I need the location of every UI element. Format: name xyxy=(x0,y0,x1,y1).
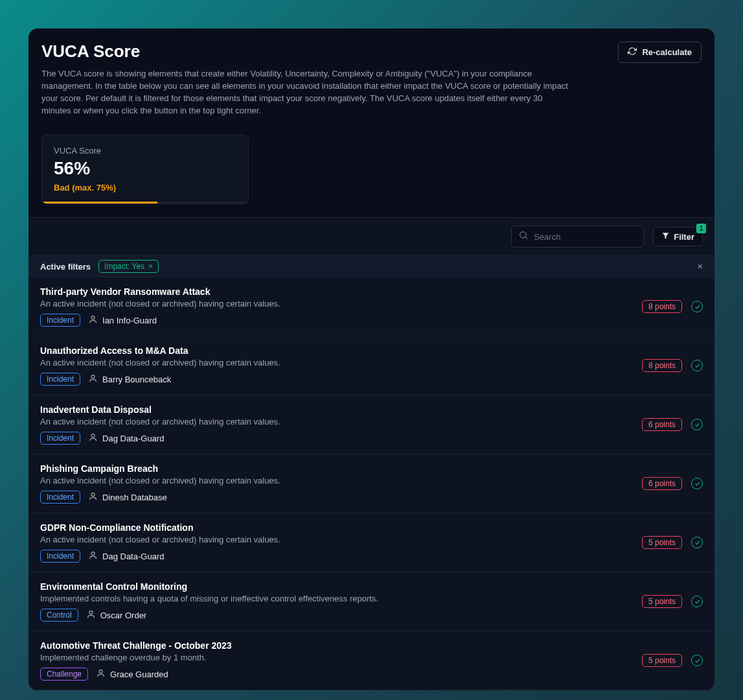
row-meta: Challenge Grace Guarded xyxy=(40,668,642,681)
person-icon xyxy=(96,668,106,680)
row-person: Barry Bounceback xyxy=(88,373,171,385)
row-meta: Incident Dinesh Database xyxy=(40,491,642,504)
search-input-wrap[interactable] xyxy=(511,226,644,248)
points-chip: 5 points xyxy=(642,595,682,608)
svg-point-5 xyxy=(91,493,95,496)
row-person: Dinesh Database xyxy=(88,491,167,503)
row-title: Phishing Campaign Breach xyxy=(40,463,642,474)
row-left: Phishing Campaign Breach An active incid… xyxy=(40,463,642,504)
row-title: Inadvertent Data Disposal xyxy=(40,404,642,415)
row-person: Oscar Order xyxy=(86,609,147,621)
filter-button[interactable]: Filter 1 xyxy=(653,227,703,246)
rows-container: Third-party Vendor Ransomware Attack An … xyxy=(29,277,714,690)
clear-filters-button[interactable]: × xyxy=(698,261,703,272)
status-check-icon[interactable] xyxy=(691,478,703,489)
table-row[interactable]: Inadvertent Data Disposal An active inci… xyxy=(29,395,714,454)
person-icon xyxy=(88,314,98,326)
svg-point-6 xyxy=(91,552,95,555)
search-input[interactable] xyxy=(534,232,637,242)
person-icon xyxy=(88,491,98,503)
recalculate-label: Re-calculate xyxy=(642,47,692,57)
row-meta: Incident Dag Data-Guard xyxy=(40,550,642,563)
row-person: Dag Data-Guard xyxy=(88,550,164,562)
remove-filter-icon[interactable]: × xyxy=(148,262,153,271)
score-status: Bad (max. 75%) xyxy=(54,183,236,192)
person-name: Dag Data-Guard xyxy=(102,552,164,561)
table-row[interactable]: Third-party Vendor Ransomware Attack An … xyxy=(29,277,714,336)
person-name: Dinesh Database xyxy=(102,493,167,502)
row-description: Implemented challenge overdue by 1 month… xyxy=(40,653,642,662)
person-icon xyxy=(88,373,98,385)
points-chip: 8 points xyxy=(642,359,682,372)
page-description: The VUCA score is showing elements that … xyxy=(41,68,573,117)
row-description: An active incident (not closed or archiv… xyxy=(40,358,642,368)
table-row[interactable]: Environmental Control Monitoring Impleme… xyxy=(29,572,714,631)
row-title: Environmental Control Monitoring xyxy=(40,581,642,592)
row-title: Third-party Vendor Ransomware Attack xyxy=(40,286,642,297)
filter-chip-text: Impact: Yes xyxy=(104,262,144,271)
person-name: Ian Info-Guard xyxy=(102,316,157,325)
row-title: Automotive Threat Challenge - October 20… xyxy=(40,640,642,651)
row-right: 6 points xyxy=(642,418,703,431)
type-chip: Challenge xyxy=(40,668,88,681)
row-left: GDPR Non-Compliance Notification An acti… xyxy=(40,522,642,563)
row-left: Inadvertent Data Disposal An active inci… xyxy=(40,404,642,445)
table-row[interactable]: GDPR Non-Compliance Notification An acti… xyxy=(29,513,714,572)
row-right: 6 points xyxy=(642,477,703,490)
person-name: Barry Bounceback xyxy=(102,375,171,384)
svg-point-4 xyxy=(91,434,95,438)
row-description: An active incident (not closed or archiv… xyxy=(40,476,642,485)
svg-point-3 xyxy=(91,375,95,379)
vuca-score-card: VUCA Score 56% Bad (max. 75%) xyxy=(41,135,249,204)
score-label: VUCA Score xyxy=(54,146,236,156)
person-name: Oscar Order xyxy=(100,611,147,620)
type-chip: Incident xyxy=(40,550,80,563)
refresh-icon xyxy=(628,47,637,58)
active-filters-label: Active filters xyxy=(40,262,91,272)
row-left: Environmental Control Monitoring Impleme… xyxy=(40,581,642,622)
row-right: 5 points xyxy=(642,654,703,667)
row-description: An active incident (not closed or archiv… xyxy=(40,535,642,544)
row-right: 5 points xyxy=(642,536,703,549)
filter-label: Filter xyxy=(674,232,694,242)
svg-line-1 xyxy=(525,237,527,239)
row-description: An active incident (not closed or archiv… xyxy=(40,299,642,309)
row-meta: Control Oscar Order xyxy=(40,609,642,622)
type-chip: Control xyxy=(40,609,78,622)
row-left: Third-party Vendor Ransomware Attack An … xyxy=(40,286,642,327)
type-chip: Incident xyxy=(40,314,80,327)
points-chip: 8 points xyxy=(642,300,682,313)
active-filters-bar: Active filters Impact: Yes × × xyxy=(29,255,714,277)
table-row[interactable]: Phishing Campaign Breach An active incid… xyxy=(29,454,714,513)
points-chip: 6 points xyxy=(642,477,682,490)
filter-chip-impact[interactable]: Impact: Yes × xyxy=(98,260,159,273)
status-check-icon[interactable] xyxy=(691,537,703,548)
header-row: VUCA Score The VUCA score is showing ele… xyxy=(29,41,714,117)
filter-count-badge: 1 xyxy=(696,224,706,233)
row-meta: Incident Ian Info-Guard xyxy=(40,314,642,327)
table-row[interactable]: Automotive Threat Challenge - October 20… xyxy=(29,631,714,690)
active-filters-left: Active filters Impact: Yes × xyxy=(40,260,159,273)
status-check-icon[interactable] xyxy=(691,419,703,430)
row-description: An active incident (not closed or archiv… xyxy=(40,417,642,426)
table-row[interactable]: Unauthorized Access to M&A Data An activ… xyxy=(29,336,714,395)
status-check-icon[interactable] xyxy=(691,301,703,312)
person-icon xyxy=(88,432,98,444)
status-check-icon[interactable] xyxy=(691,596,703,607)
points-chip: 6 points xyxy=(642,418,682,431)
svg-point-2 xyxy=(91,316,95,320)
points-chip: 5 points xyxy=(642,536,682,549)
row-meta: Incident Dag Data-Guard xyxy=(40,432,642,445)
row-title: GDPR Non-Compliance Notification xyxy=(40,522,642,533)
status-check-icon[interactable] xyxy=(691,360,703,371)
filter-icon xyxy=(661,231,670,242)
status-check-icon[interactable] xyxy=(691,655,703,666)
svg-point-0 xyxy=(520,232,526,238)
row-title: Unauthorized Access to M&A Data xyxy=(40,345,642,356)
person-name: Dag Data-Guard xyxy=(102,434,164,443)
person-icon xyxy=(88,550,98,562)
row-right: 8 points xyxy=(642,359,703,372)
row-left: Unauthorized Access to M&A Data An activ… xyxy=(40,345,642,386)
recalculate-button[interactable]: Re-calculate xyxy=(618,41,702,63)
type-chip: Incident xyxy=(40,491,80,504)
